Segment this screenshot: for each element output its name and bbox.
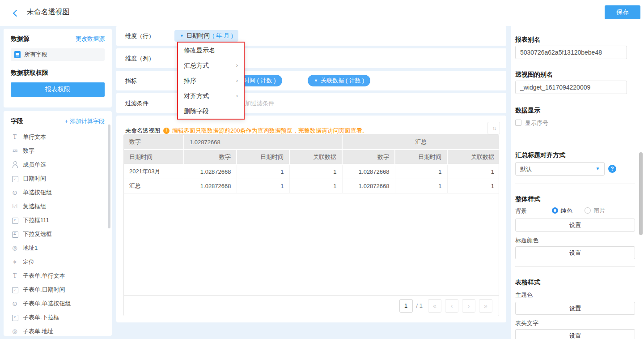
window-scrollbar[interactable] bbox=[639, 152, 643, 235]
settings-panel: 报表别名 5030726a62a5f13120bebe48 透视图的别名 _wi… bbox=[511, 26, 644, 339]
table-cell: 1.02872668 bbox=[342, 164, 395, 179]
header-text-setting-button[interactable]: 设置 bbox=[515, 329, 635, 339]
table-cell: 2021年03月 bbox=[124, 164, 184, 179]
divider bbox=[515, 266, 635, 267]
column-header-cell: 日期时间 bbox=[395, 150, 447, 164]
page-total: / 1 bbox=[416, 302, 423, 309]
field-item[interactable]: 子表单.日期时间 bbox=[4, 283, 112, 296]
field-item[interactable]: 子表单.单行文本 bbox=[4, 269, 112, 283]
field-item[interactable]: 成员单选 bbox=[4, 158, 112, 172]
calendar-icon bbox=[11, 286, 19, 293]
metric-label: 指标 bbox=[125, 77, 137, 85]
field-item[interactable]: 地址1 bbox=[4, 241, 112, 255]
group-header-cell: 1.02872668 bbox=[184, 135, 342, 150]
table-cell: 1.02872668 bbox=[184, 179, 237, 193]
radio-unselected-icon[interactable] bbox=[585, 207, 591, 214]
all-fields-item[interactable]: 所有字段 bbox=[11, 48, 105, 61]
summary-align-title: 汇总标题对齐方式 bbox=[515, 151, 565, 159]
widget-alias-input[interactable]: _widget_1617094220009 bbox=[515, 81, 627, 94]
field-item[interactable]: 日期时间 bbox=[4, 172, 112, 185]
table-cell: 1 bbox=[289, 179, 342, 193]
background-label: 背景 bbox=[515, 207, 527, 214]
metric-chip-linked-data[interactable]: ▼ 关联数据 ( 计数 ) bbox=[308, 75, 370, 86]
bg-image-option[interactable]: 图片 bbox=[585, 207, 605, 214]
table-row: 汇总 1.02872668 1 1 1.02872668 1 1 bbox=[124, 179, 499, 193]
radio-group-icon bbox=[11, 189, 19, 196]
field-item[interactable]: 子表单.单选按钮组 bbox=[4, 296, 112, 310]
table-cell: 1.02872668 bbox=[342, 179, 395, 193]
overall-style-title: 整体样式 bbox=[515, 195, 540, 203]
field-item[interactable]: 下拉复选框 bbox=[4, 227, 112, 241]
chevron-right-icon: › bbox=[236, 58, 238, 73]
table-cell: 1 bbox=[237, 164, 289, 179]
report-permission-button[interactable]: 报表权限 bbox=[11, 82, 105, 97]
field-item[interactable]: 定位 bbox=[4, 255, 112, 269]
help-icon[interactable]: ? bbox=[608, 165, 616, 173]
background-setting-button[interactable]: 设置 bbox=[515, 219, 635, 232]
group-header-cell: 数字 bbox=[124, 135, 184, 150]
last-page-icon[interactable]: » bbox=[479, 299, 492, 313]
menu-item-summary-method[interactable]: 汇总方式› bbox=[178, 58, 244, 73]
radio-selected-icon[interactable] bbox=[552, 207, 558, 214]
pagination-bar: 1 / 1 « ‹ › » bbox=[124, 295, 499, 316]
chevron-down-icon: ▼ bbox=[591, 163, 604, 175]
dimension-row-chip[interactable]: ▼ 日期时间 ( 年-月 ) bbox=[174, 30, 238, 42]
all-fields-label: 所有字段 bbox=[24, 51, 47, 59]
menu-item-rename[interactable]: 修改显示名 bbox=[178, 43, 244, 58]
metric-bar: 指标 日期时间 ( 计数 ) ▼ 关联数据 ( 计数 ) bbox=[116, 71, 506, 90]
show-index-checkbox[interactable] bbox=[515, 120, 521, 126]
field-item[interactable]: 子表单.下拉框 bbox=[4, 310, 112, 324]
header-text-label: 表头文字 bbox=[515, 319, 538, 327]
summary-align-select[interactable]: 默认 ▼ bbox=[515, 162, 605, 176]
menu-item-sort[interactable]: 排序› bbox=[178, 73, 244, 88]
field-item[interactable]: 下拉框111 bbox=[4, 213, 112, 227]
table-cell: 1 bbox=[395, 164, 447, 179]
data-permission-title: 数据获取权限 bbox=[11, 69, 105, 77]
menu-item-delete-field[interactable]: 删除字段 bbox=[178, 103, 244, 119]
chevron-down-icon: ▼ bbox=[180, 34, 184, 38]
table-cell: 汇总 bbox=[124, 179, 184, 193]
position-icon bbox=[11, 258, 19, 266]
field-item[interactable]: 单选按钮组 bbox=[4, 185, 112, 199]
title-color-setting-button[interactable]: 设置 bbox=[515, 246, 635, 259]
save-button[interactable]: 保存 bbox=[605, 5, 640, 19]
change-datasource-link[interactable]: 更改数据源 bbox=[76, 35, 105, 43]
column-header-cell: 关联数据 bbox=[447, 150, 499, 164]
fields-scrollbar[interactable] bbox=[108, 124, 110, 228]
datasource-card: 数据源 更改数据源 所有字段 数据获取权限 报表权限 bbox=[4, 29, 112, 107]
table-style-title: 表格样式 bbox=[515, 279, 540, 287]
divider bbox=[515, 184, 635, 184]
table-row: 2021年03月 1.02872668 1 1 1.02872668 1 1 bbox=[124, 164, 499, 179]
column-header-row: 日期时间 数字 日期时间 关联数据 数字 日期时间 关联数据 bbox=[124, 150, 499, 164]
dropdown-icon bbox=[11, 314, 19, 321]
sort-icon[interactable]: ↑↓ bbox=[487, 122, 500, 134]
menu-item-align[interactable]: 对齐方式› bbox=[178, 88, 244, 103]
calendar-icon bbox=[11, 175, 19, 182]
show-index-label: 显示序号 bbox=[525, 120, 548, 126]
first-page-icon[interactable]: « bbox=[428, 299, 441, 313]
filter-label: 过滤条件 bbox=[125, 99, 148, 107]
theme-color-setting-button[interactable]: 设置 bbox=[515, 302, 635, 315]
dropdown-multi-icon bbox=[11, 231, 19, 238]
field-item[interactable]: 子表单.地址 bbox=[4, 324, 112, 336]
dropdown-icon bbox=[11, 217, 19, 224]
field-item[interactable]: 复选框组 bbox=[4, 199, 112, 213]
bg-solid-option[interactable]: 纯色 bbox=[552, 207, 572, 214]
page-title[interactable]: 未命名透视图 bbox=[25, 8, 72, 20]
column-header-cell: 关联数据 bbox=[289, 150, 342, 164]
back-icon[interactable] bbox=[12, 9, 20, 17]
field-list: 单行文本 数字 成员单选 日期时间 单选按钮组 复选框组 下拉框111 下拉复选… bbox=[4, 130, 112, 336]
show-index-option[interactable]: 显示序号 bbox=[515, 119, 548, 127]
chevron-down-icon: ▼ bbox=[314, 78, 318, 83]
add-calc-field-link[interactable]: + 添加计算字段 bbox=[65, 117, 105, 125]
pivot-table-box: 数字 1.02872668 汇总 日期时间 数字 日期时间 关联数据 数字 日期… bbox=[123, 134, 499, 316]
table-cell: 1 bbox=[237, 179, 289, 193]
chevron-right-icon: › bbox=[236, 88, 238, 103]
prev-page-icon[interactable]: ‹ bbox=[445, 299, 458, 313]
next-page-icon[interactable]: › bbox=[462, 299, 475, 313]
field-item[interactable]: 单行文本 bbox=[4, 130, 112, 144]
field-item[interactable]: 数字 bbox=[4, 144, 112, 158]
number-icon bbox=[11, 147, 19, 154]
report-alias-input[interactable]: 5030726a62a5f13120bebe48 bbox=[515, 46, 627, 59]
page-input[interactable]: 1 bbox=[399, 299, 413, 313]
